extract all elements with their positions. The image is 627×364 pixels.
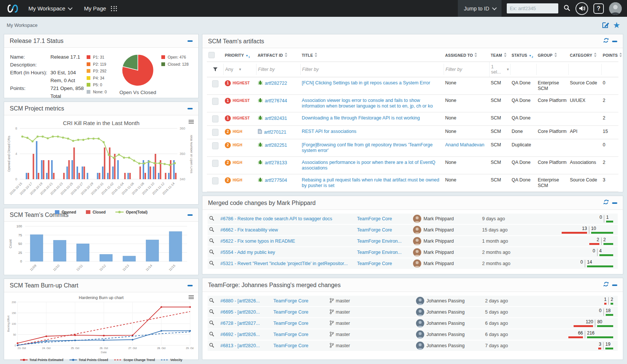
announcements-button[interactable]	[575, 2, 588, 15]
refresh-icon[interactable]	[603, 281, 609, 289]
svg-text:100: 100	[12, 323, 16, 325]
row-checkbox[interactable]	[212, 98, 218, 105]
collapse-icon[interactable]	[187, 108, 193, 109]
magnifier-icon[interactable]	[209, 249, 220, 255]
col-artifact-id[interactable]: ARTIFACT ID	[256, 49, 300, 61]
row-checkbox[interactable]	[212, 115, 218, 122]
col-group[interactable]: GROUP	[536, 49, 568, 61]
col-priority[interactable]: PRIORITY▼1	[223, 49, 256, 61]
artifact-title-link[interactable]: Rebasing a pull request fails when rule …	[302, 177, 439, 188]
filter-funnel-icon[interactable]	[207, 64, 223, 75]
change-link[interactable]: #6813 - [artf2820...	[220, 343, 273, 348]
user-avatar[interactable]	[609, 2, 622, 15]
col-status[interactable]: STATUS▼2	[510, 49, 536, 61]
artifact-title-link[interactable]: [Forge]Browsing conf file from git repos…	[302, 142, 432, 153]
artifact-title-link[interactable]: Downloading a file through Filestorage A…	[302, 115, 420, 121]
artifact-id-link[interactable]: artf282431	[265, 116, 287, 121]
repository-link[interactable]: TeamForge Core	[273, 298, 329, 304]
collapse-icon[interactable]	[187, 40, 193, 42]
magnifier-icon[interactable]	[209, 216, 220, 222]
collapse-icon[interactable]	[612, 202, 617, 204]
magnifier-icon[interactable]	[209, 238, 220, 244]
collapse-icon[interactable]	[187, 285, 193, 286]
repository-link[interactable]: TeamForge Core	[273, 321, 329, 326]
sort-icon	[619, 53, 622, 58]
col-points[interactable]: POINTS	[601, 49, 618, 61]
row-checkbox[interactable]	[212, 129, 218, 136]
change-link[interactable]: #5321 - Revert "Revert "include 'project…	[220, 261, 357, 266]
assigned-filter-input[interactable]: Filter by	[444, 64, 489, 75]
assigned-user-link[interactable]: Anand Mahadevan	[445, 142, 484, 147]
magnifier-icon[interactable]	[209, 343, 220, 349]
col-assigned-to[interactable]: ASSIGNED TO	[444, 49, 489, 61]
my-page-link[interactable]: My Page	[84, 5, 117, 12]
repository-link[interactable]: TeamForge Core	[273, 343, 329, 348]
change-link[interactable]: #5622 - Fix some typos in README	[220, 239, 357, 244]
chart-menu-icon[interactable]	[189, 295, 194, 300]
artifact-id-link[interactable]: artf282722	[265, 81, 287, 86]
magnifier-icon[interactable]	[209, 309, 220, 315]
repository-link[interactable]: TeamForge Core	[357, 216, 413, 221]
priority-rank-badge: 2	[225, 129, 231, 135]
change-link[interactable]: #6728 - [artf2827...	[220, 321, 273, 326]
svg-text:11/11: 11/11	[75, 264, 83, 271]
collapse-icon[interactable]	[612, 41, 617, 42]
edit-page-icon[interactable]	[602, 21, 609, 30]
change-link[interactable]: #6880 - [artf2826...	[220, 298, 273, 304]
diff-stats: 04	[549, 249, 616, 256]
change-link[interactable]: #6695 - [artf2820...	[220, 309, 273, 315]
title-filter-input[interactable]: Filter by	[300, 64, 444, 75]
artifact-title-link[interactable]: [FCN] Clicking Settings tab in git repos…	[302, 80, 430, 85]
row-checkbox[interactable]	[212, 177, 218, 184]
team-filter-dropdown[interactable]: 1 sel...▼	[489, 62, 510, 77]
repository-link[interactable]: TeamForge Environ...	[357, 250, 413, 255]
artifact-id-link[interactable]: artf276744	[265, 98, 287, 104]
search-input[interactable]	[510, 6, 555, 11]
col-category[interactable]: CATEGORY	[568, 49, 601, 61]
search-icon[interactable]	[564, 4, 570, 13]
row-checkbox[interactable]	[212, 160, 218, 167]
chart-menu-icon[interactable]	[189, 119, 194, 124]
magnifier-icon[interactable]	[209, 261, 220, 267]
refresh-icon[interactable]	[603, 199, 609, 206]
user-name: Mark Phippard	[423, 250, 454, 255]
change-link[interactable]: #6786 - Restore the code search API to s…	[220, 216, 357, 221]
select-all-checkbox[interactable]	[208, 52, 215, 58]
magnifier-icon[interactable]	[209, 298, 220, 304]
artifact-title-link[interactable]: Association viewer logs error to console…	[302, 98, 433, 109]
col-title[interactable]: TITLE	[300, 49, 444, 61]
artifact-title-link[interactable]: REST API for associations	[302, 129, 356, 134]
additions-count: 2	[603, 237, 606, 242]
row-checkbox[interactable]	[212, 142, 218, 149]
artifact-id-filter-input[interactable]: Filter by	[256, 64, 300, 75]
artifact-id-link[interactable]: artf278133	[265, 160, 287, 166]
row-checkbox[interactable]	[212, 80, 218, 87]
artifact-title-link[interactable]: Associations performance is poor when th…	[302, 160, 435, 171]
search-box	[507, 3, 558, 13]
artifact-id-link[interactable]: artf282251	[265, 143, 287, 148]
help-button[interactable]: ?	[593, 3, 604, 14]
workspace-menu[interactable]: My Workspace	[28, 5, 71, 12]
favorite-star-icon[interactable]: ★	[613, 21, 620, 29]
jump-to-id-dropdown[interactable]: Jump to ID	[458, 0, 502, 17]
priority-filter-dropdown[interactable]: Any▼	[223, 64, 256, 75]
collabnet-logo-icon[interactable]	[5, 4, 20, 13]
artifact-id-link[interactable]: artf277504	[265, 178, 287, 183]
change-link[interactable]: #6692 - [artf2826...	[220, 332, 273, 337]
magnifier-icon[interactable]	[209, 320, 220, 326]
artifact-id-link[interactable]: artf270121	[264, 130, 286, 135]
magnifier-icon[interactable]	[209, 332, 220, 337]
magnifier-icon[interactable]	[209, 227, 220, 233]
change-link[interactable]: #5554 - Add my public key	[220, 250, 357, 255]
repository-link[interactable]: TeamForge Core	[357, 261, 413, 266]
svg-text:350: 350	[180, 152, 185, 156]
change-link[interactable]: #6662 - Fix traceability view	[220, 227, 357, 233]
col-team[interactable]: TEAM	[489, 49, 510, 61]
refresh-icon[interactable]	[603, 38, 609, 45]
repository-link[interactable]: TeamForge Core	[273, 332, 329, 337]
apps-grid-icon[interactable]	[111, 6, 117, 11]
repository-link[interactable]: TeamForge Core	[357, 227, 413, 233]
repository-link[interactable]: TeamForge Environ...	[357, 239, 413, 244]
collapse-icon[interactable]	[612, 284, 617, 286]
repository-link[interactable]: TeamForge Core	[273, 309, 329, 315]
